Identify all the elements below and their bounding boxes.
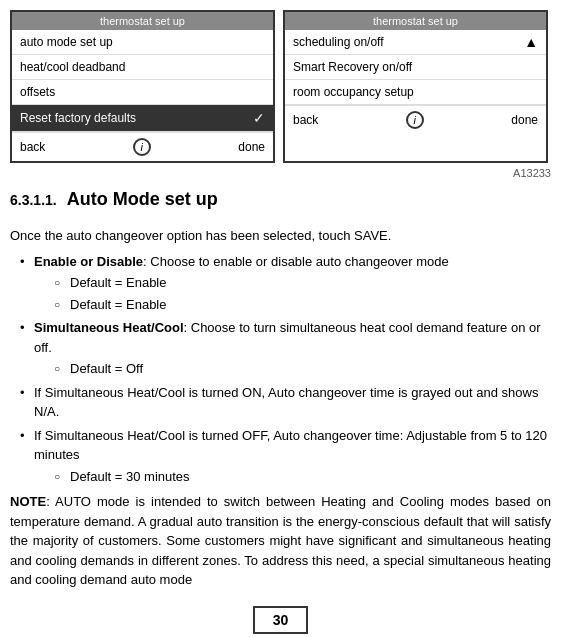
note-text: : AUTO mode is intended to switch betwee… xyxy=(10,494,551,587)
menu-item-smart-recovery[interactable]: Smart Recovery on/off xyxy=(285,55,546,80)
screen-right-footer: back i done xyxy=(285,105,546,134)
intro-text: Once the auto changeover option has been… xyxy=(10,226,551,246)
sub-list-4: Default = 30 minutes xyxy=(54,467,551,487)
bullet-bold-1: Enable or Disable xyxy=(34,254,143,269)
menu-item-heat-cool[interactable]: heat/cool deadband xyxy=(12,55,273,80)
note-label: NOTE xyxy=(10,494,46,509)
sub-item-2-1: Default = Off xyxy=(54,359,551,379)
sub-item-4-1: Default = 30 minutes xyxy=(54,467,551,487)
menu-item-label: heat/cool deadband xyxy=(20,60,125,74)
menu-item-label: scheduling on/off xyxy=(293,35,384,49)
bullet-item-1: Enable or Disable: Choose to enable or d… xyxy=(20,252,551,315)
info-icon-right[interactable]: i xyxy=(406,111,424,129)
screen-right-menu: scheduling on/off ▲ Smart Recovery on/of… xyxy=(285,30,546,105)
menu-item-auto-mode[interactable]: auto mode set up xyxy=(12,30,273,55)
bullet-text-4: If Simultaneous Heat/Cool is turned OFF,… xyxy=(34,428,547,463)
sub-list-2: Default = Off xyxy=(54,359,551,379)
bullet-item-3: If Simultaneous Heat/Cool is turned ON, … xyxy=(20,383,551,422)
screen-right: thermostat set up scheduling on/off ▲ Sm… xyxy=(283,10,548,163)
menu-item-room-occupancy[interactable]: room occupancy setup xyxy=(285,80,546,105)
menu-item-scheduling[interactable]: scheduling on/off ▲ xyxy=(285,30,546,55)
menu-item-label: room occupancy setup xyxy=(293,85,414,99)
screen-left-title: thermostat set up xyxy=(12,12,273,30)
screen-left-footer: back i done xyxy=(12,132,273,161)
back-button-left[interactable]: back xyxy=(20,140,45,154)
scroll-up-icon: ▲ xyxy=(524,35,538,49)
sub-list-1: Default = Enable Default = Enable xyxy=(54,273,551,314)
page-footer: 30 xyxy=(10,606,551,634)
menu-item-label: Smart Recovery on/off xyxy=(293,60,412,74)
done-button-right[interactable]: done xyxy=(511,113,538,127)
screen-left: thermostat set up auto mode set up heat/… xyxy=(10,10,275,163)
page-number: 30 xyxy=(253,606,309,634)
checkmark-icon: ✓ xyxy=(253,110,265,126)
bullet-item-4: If Simultaneous Heat/Cool is turned OFF,… xyxy=(20,426,551,487)
menu-item-label: offsets xyxy=(20,85,55,99)
menu-item-label: Reset factory defaults xyxy=(20,111,136,125)
menu-item-reset[interactable]: Reset factory defaults ✓ xyxy=(12,105,273,132)
back-button-right[interactable]: back xyxy=(293,113,318,127)
section-number: 6.3.1.1. xyxy=(10,192,57,208)
a-code: A13233 xyxy=(10,167,551,179)
section-title: Auto Mode set up xyxy=(67,189,218,210)
screen-left-menu: auto mode set up heat/cool deadband offs… xyxy=(12,30,273,132)
menu-item-offsets[interactable]: offsets xyxy=(12,80,273,105)
bullet-item-2: Simultaneous Heat/Cool: Choose to turn s… xyxy=(20,318,551,379)
screens-row: thermostat set up auto mode set up heat/… xyxy=(10,10,551,163)
section-heading: 6.3.1.1. Auto Mode set up xyxy=(10,185,551,218)
bullet-rest-1: : Choose to enable or disable auto chang… xyxy=(143,254,449,269)
screen-right-title: thermostat set up xyxy=(285,12,546,30)
bullet-list: Enable or Disable: Choose to enable or d… xyxy=(20,252,551,487)
bullet-bold-2: Simultaneous Heat/Cool xyxy=(34,320,184,335)
menu-item-label: auto mode set up xyxy=(20,35,113,49)
sub-item-1-1: Default = Enable xyxy=(54,273,551,293)
sub-item-1-2: Default = Enable xyxy=(54,295,551,315)
info-icon-left[interactable]: i xyxy=(133,138,151,156)
done-button-left[interactable]: done xyxy=(238,140,265,154)
note-paragraph: NOTE: AUTO mode is intended to switch be… xyxy=(10,492,551,590)
